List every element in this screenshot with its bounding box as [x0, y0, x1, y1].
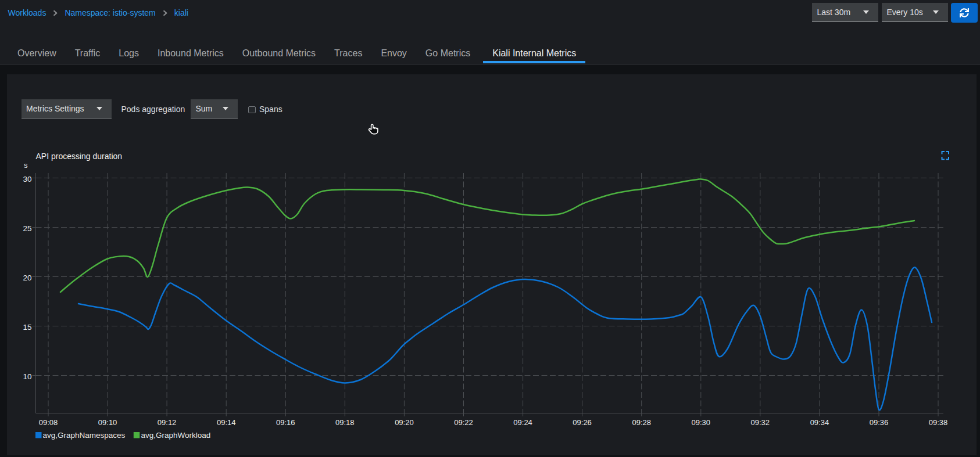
svg-text:09:30: 09:30 — [692, 418, 711, 427]
svg-text:09:10: 09:10 — [98, 418, 117, 427]
svg-text:09:38: 09:38 — [929, 418, 948, 427]
svg-text:30: 30 — [23, 175, 31, 183]
svg-text:25: 25 — [23, 224, 31, 233]
svg-text:15: 15 — [23, 323, 31, 332]
svg-text:avg,GraphNamespaces: avg,GraphNamespaces — [43, 431, 126, 440]
svg-text:09:20: 09:20 — [395, 418, 414, 427]
svg-text:09:26: 09:26 — [573, 418, 592, 427]
svg-text:API processing duration: API processing duration — [36, 152, 123, 161]
svg-text:09:18: 09:18 — [335, 418, 355, 427]
svg-text:09:24: 09:24 — [513, 418, 532, 427]
svg-text:09:22: 09:22 — [454, 418, 473, 427]
svg-text:09:12: 09:12 — [158, 418, 177, 427]
svg-text:09:08: 09:08 — [39, 418, 58, 427]
svg-text:09:28: 09:28 — [632, 418, 651, 427]
svg-text:09:32: 09:32 — [751, 418, 770, 427]
svg-text:09:16: 09:16 — [276, 418, 295, 427]
svg-text:10: 10 — [23, 372, 31, 381]
svg-text:09:14: 09:14 — [217, 418, 236, 427]
svg-text:avg,GraphWorkload: avg,GraphWorkload — [141, 431, 211, 440]
svg-text:20: 20 — [23, 274, 31, 282]
svg-text:09:36: 09:36 — [870, 418, 889, 427]
svg-text:09:34: 09:34 — [810, 418, 829, 427]
svg-text:s: s — [24, 161, 28, 170]
